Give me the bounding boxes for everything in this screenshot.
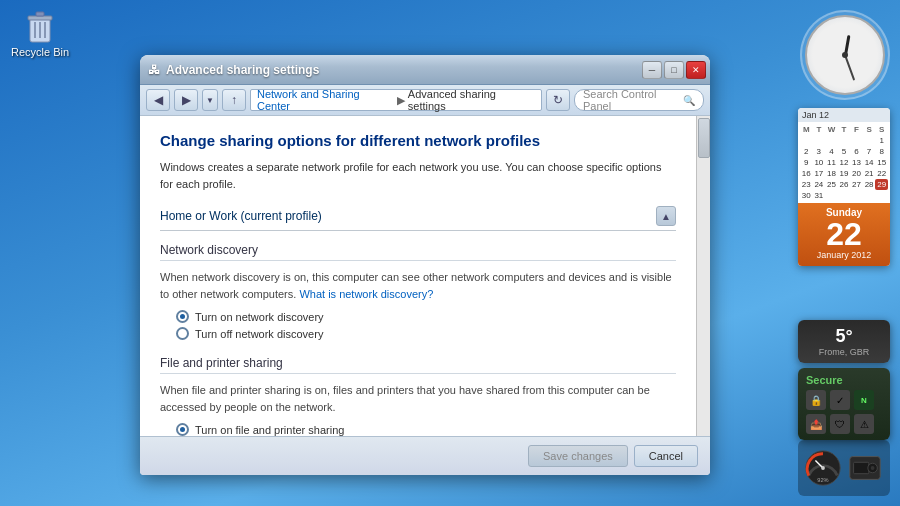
address-bar: ◀ ▶ ▼ ↑ Network and Sharing Center ▶ Adv… — [140, 85, 710, 116]
clock-center — [842, 52, 848, 58]
calendar-cell: 9 — [800, 157, 813, 168]
calendar-month-year: January 2012 — [800, 250, 888, 260]
title-bar-text: 🖧 Advanced sharing settings — [140, 55, 642, 84]
recycle-bin-graphic — [24, 10, 56, 46]
recycle-bin-icon[interactable]: Recycle Bin — [10, 10, 70, 58]
minute-hand — [844, 55, 855, 81]
calendar-cell — [813, 135, 826, 146]
calendar-cell: 27 — [850, 179, 863, 190]
calendar-widget: Jan 12 M T W T F S S 1234567891011121314… — [798, 108, 890, 266]
svg-text:92%: 92% — [817, 477, 828, 483]
clock-widget — [800, 10, 890, 100]
refresh-button[interactable]: ↻ — [546, 89, 570, 111]
calendar-cell — [825, 190, 838, 201]
breadcrumb-network[interactable]: Network and Sharing Center — [257, 88, 394, 112]
radio-fps-on-btn[interactable] — [176, 423, 189, 436]
clock-face — [805, 15, 885, 95]
calendar-month-header: Jan 12 — [798, 108, 890, 122]
calendar-cell — [850, 135, 863, 146]
scrollbar-thumb[interactable] — [698, 118, 710, 158]
forward-icon: ▶ — [182, 93, 191, 107]
minimize-button[interactable]: ─ — [642, 61, 662, 79]
svg-rect-11 — [854, 462, 869, 473]
radio-nd-off-btn[interactable] — [176, 327, 189, 340]
save-changes-button[interactable]: Save changes — [528, 445, 628, 467]
calendar-cell: 30 — [800, 190, 813, 201]
security-lock-icon: 🔒 — [806, 390, 826, 410]
advanced-sharing-window: 🖧 Advanced sharing settings ─ □ ✕ ◀ ▶ ▼ … — [140, 55, 710, 475]
cal-header-m: M — [800, 124, 813, 135]
security-shield-icon: 🛡 — [830, 414, 850, 434]
calendar-cell: 28 — [863, 179, 876, 190]
calendar-cell — [838, 135, 851, 146]
calendar-day-number: 22 — [800, 218, 888, 250]
calendar-cell — [800, 135, 813, 146]
calendar-day-large: Sunday 22 January 2012 — [798, 203, 890, 266]
dropdown-icon: ▼ — [206, 96, 214, 105]
network-discovery-options: Turn on network discovery Turn off netwo… — [160, 310, 676, 340]
main-content: Change sharing options for different net… — [140, 116, 696, 436]
forward-button[interactable]: ▶ — [174, 89, 198, 111]
calendar-cell: 21 — [863, 168, 876, 179]
calendar-cell: 25 — [825, 179, 838, 190]
file-printer-section: File and printer sharing When file and p… — [160, 356, 676, 436]
collapse-button[interactable]: ▲ — [656, 206, 676, 226]
up-button[interactable]: ↑ — [222, 89, 246, 111]
security-label: Secure — [806, 374, 882, 386]
calendar-cell: 23 — [800, 179, 813, 190]
back-button[interactable]: ◀ — [146, 89, 170, 111]
window-controls: ─ □ ✕ — [642, 55, 710, 84]
security-alert-icon: ⚠ — [854, 414, 874, 434]
recent-button[interactable]: ▼ — [202, 89, 218, 111]
calendar-cell — [875, 190, 888, 201]
svg-rect-1 — [28, 16, 52, 20]
security-check-icon: ✓ — [830, 390, 850, 410]
window-footer: Save changes Cancel — [140, 436, 710, 475]
cancel-button[interactable]: Cancel — [634, 445, 698, 467]
security-icons-group: 🔒 ✓ N 📤 🛡 ⚠ — [806, 390, 882, 434]
calendar-cell — [863, 190, 876, 201]
cal-header-t1: T — [813, 124, 826, 135]
calendar-cell: 14 — [863, 157, 876, 168]
security-upload-icon: 📤 — [806, 414, 826, 434]
calendar-grid: M T W T F S S 12345678910111213141516171… — [798, 122, 890, 203]
calendar-cell: 3 — [813, 146, 826, 157]
radio-nd-on-btn[interactable] — [176, 310, 189, 323]
up-icon: ↑ — [231, 93, 237, 107]
security-norton-icon: N — [854, 390, 874, 410]
file-printer-title: File and printer sharing — [160, 356, 676, 374]
close-button[interactable]: ✕ — [686, 61, 706, 79]
weather-location: Frome, GBR — [806, 347, 882, 357]
radio-fps-on[interactable]: Turn on file and printer sharing — [176, 423, 676, 436]
radio-nd-on-label: Turn on network discovery — [195, 311, 324, 323]
calendar-cell: 4 — [825, 146, 838, 157]
refresh-icon: ↻ — [553, 93, 563, 107]
calendar-cell: 22 — [875, 168, 888, 179]
calendar-cell: 13 — [850, 157, 863, 168]
cal-header-f: F — [850, 124, 863, 135]
svg-point-13 — [871, 466, 875, 470]
maximize-button[interactable]: □ — [664, 61, 684, 79]
speed-widget: 92% — [798, 440, 890, 496]
network-discovery-link[interactable]: What is network discovery? — [299, 288, 433, 300]
breadcrumb: Network and Sharing Center ▶ Advanced sh… — [250, 89, 542, 111]
security-widget: Secure 🔒 ✓ N 📤 🛡 ⚠ — [798, 368, 890, 440]
calendar-cell: 29 — [875, 179, 888, 190]
collapse-icon: ▲ — [661, 211, 671, 222]
cal-header-w: W — [825, 124, 838, 135]
radio-nd-on[interactable]: Turn on network discovery — [176, 310, 676, 323]
calendar-cell — [850, 190, 863, 201]
breadcrumb-separator: ▶ — [397, 94, 405, 107]
svg-point-8 — [821, 466, 825, 470]
calendar-cell: 17 — [813, 168, 826, 179]
calendar-month-label: Jan 12 — [802, 110, 829, 120]
cal-header-s1: S — [863, 124, 876, 135]
file-printer-options: Turn on file and printer sharing Turn of… — [160, 423, 676, 436]
radio-nd-off[interactable]: Turn off network discovery — [176, 327, 676, 340]
hdd-icon — [846, 449, 884, 487]
content-area: Change sharing options for different net… — [140, 116, 710, 436]
scrollbar[interactable] — [696, 116, 710, 436]
cal-header-s2: S — [875, 124, 888, 135]
search-box[interactable]: Search Control Panel 🔍 — [574, 89, 704, 111]
calendar-cell — [863, 135, 876, 146]
